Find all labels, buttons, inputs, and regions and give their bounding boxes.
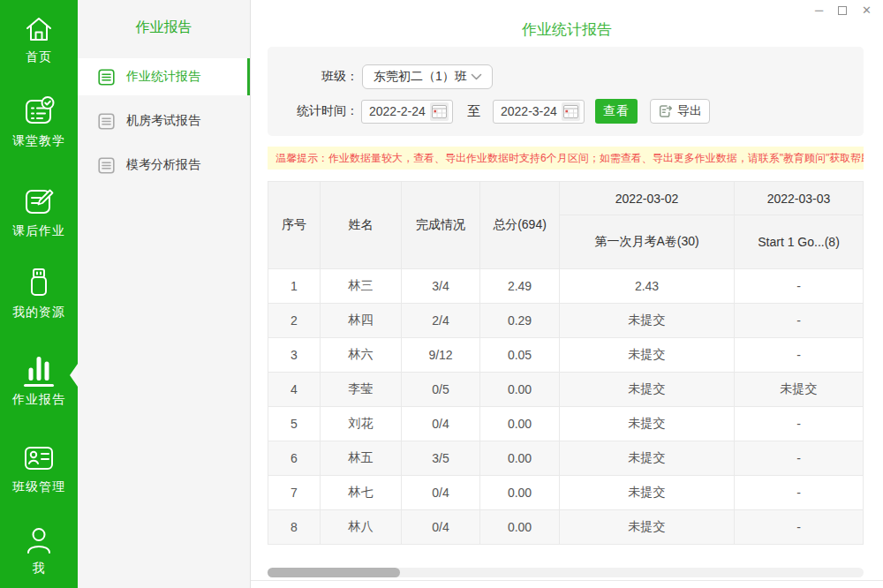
sidebar-item-home[interactable]: 首页 [0,14,78,65]
report-list-icon [98,157,115,174]
cell-score: 未提交 [560,407,735,441]
cell-total: 0.00 [480,373,560,407]
sidebar-item-me[interactable]: 我 [0,525,78,577]
cell-score: 未提交 [560,304,735,338]
date-to-value: 2022-3-24 [501,104,557,118]
cell-score: - [735,476,864,510]
homework-stats-table: 序号 姓名 完成情况 总分(694) 2022-03-02 2022-03-03… [268,181,864,545]
cell-completion: 0/5 [402,373,480,407]
page-title: 作业统计报告 [251,19,883,40]
cell-total: 2.49 [480,269,560,304]
table-header: 序号 姓名 完成情况 总分(694) 2022-03-02 2022-03-03… [268,182,864,269]
cell-name: 林三 [321,269,402,304]
sidebar-item-label: 我 [33,561,46,577]
date-from-input[interactable]: 2022-2-24 [361,100,453,124]
class-select-value: 东莞初二（1）班 [374,69,467,85]
table-row: 1林三3/42.492.43- [268,269,864,304]
window-controls: ─ ✕ [815,4,872,18]
report-list-icon [98,113,115,130]
date-from-value: 2022-2-24 [369,104,426,118]
table-row: 5刘花0/40.00未提交- [268,407,864,441]
classroom-teaching-icon [22,94,56,128]
cell-index: 1 [268,269,321,304]
submenu-item-lab-exam-report[interactable]: 机房考试报告 [78,102,250,139]
cell-score: - [735,441,864,476]
maximize-icon[interactable] [838,6,847,15]
cell-score: - [735,269,864,304]
class-label: 班级： [268,69,358,85]
cell-total: 0.00 [480,476,560,510]
calendar-icon [430,102,449,121]
minimize-icon[interactable]: ─ [815,4,823,18]
home-icon [24,14,54,44]
sidebar-item-classroom-teaching[interactable]: 课堂教学 [0,94,78,149]
cell-index: 8 [268,510,321,545]
horizontal-scrollbar-track[interactable] [268,568,864,577]
sidebar-item-label: 首页 [26,49,52,65]
submenu-list: 作业统计报告 机房考试报告 模考分析报告 [78,58,250,184]
cell-completion: 2/4 [402,304,480,338]
sidebar-item-label: 课后作业 [12,223,65,239]
table-row: 3林六9/120.05未提交- [268,338,864,373]
sidebar-item-homework-report[interactable]: 作业报告 [0,356,78,408]
view-button[interactable]: 查看 [595,99,638,124]
cell-index: 2 [268,304,321,338]
col-header-assignment: 第一次月考A卷(30) [560,215,735,269]
cell-score: - [735,510,864,545]
col-header-assignment: Start 1 Go...(8) [735,215,864,269]
table-body: 1林三3/42.492.43- 2林四2/40.29未提交- 3林六9/120.… [268,269,864,545]
cell-score: 未提交 [735,373,864,407]
export-button[interactable]: 导出 [650,99,710,124]
cell-score: 未提交 [560,373,735,407]
time-label: 统计时间： [268,103,358,119]
cell-total: 0.05 [480,338,560,373]
submenu-item-homework-stats-report[interactable]: 作业统计报告 [78,58,250,95]
cell-total: 0.00 [480,510,560,545]
cell-name: 李莹 [321,373,402,407]
homework-report-bar-chart-icon [23,356,55,381]
sidebar-item-label: 课堂教学 [12,133,65,149]
cell-name: 林八 [321,510,402,545]
submenu-item-label: 作业统计报告 [126,69,200,85]
report-list-icon [98,69,115,86]
sidebar-item-label: 班级管理 [12,479,65,495]
view-button-label: 查看 [603,103,630,119]
cell-score: - [735,304,864,338]
submenu-item-label: 机房考试报告 [126,113,200,129]
export-icon [658,104,673,118]
cell-name: 林五 [321,441,402,476]
col-header-completion: 完成情况 [402,182,480,269]
bottom-divider [251,580,883,581]
date-to-input[interactable]: 2022-3-24 [493,100,585,124]
sidebar-item-my-resources[interactable]: 我的资源 [0,266,78,320]
cell-name: 林六 [321,338,402,373]
submenu-item-mock-exam-analysis-report[interactable]: 模考分析报告 [78,147,250,184]
tip-banner: 温馨提示：作业数据量较大，查看、导出作业数据时支持6个月区间；如需查看、导出更多… [268,147,864,170]
cell-name: 刘花 [321,407,402,441]
table-row: 2林四2/40.29未提交- [268,304,864,338]
cell-name: 林四 [321,304,402,338]
sidebar-item-class-management[interactable]: 班级管理 [0,442,78,495]
cell-total: 0.00 [480,441,560,476]
table-row: 6林五3/50.00未提交- [268,441,864,476]
main-content: ─ ✕ 作业统计报告 班级： 东莞初二（1）班 统计时间： 2022-2-24 [251,0,883,588]
class-select[interactable]: 东莞初二（1）班 [362,64,493,89]
close-icon[interactable]: ✕ [862,4,872,18]
cell-score: 未提交 [560,510,735,545]
after-class-homework-icon [22,185,56,218]
col-header-total-score: 总分(694) [480,182,560,269]
report-submenu-panel: 作业报告 作业统计报告 机房考试报告 [78,0,251,588]
cell-completion: 0/4 [402,476,480,510]
cell-completion: 0/4 [402,510,480,545]
cell-score: - [735,338,864,373]
cell-index: 4 [268,373,321,407]
submenu-title: 作业报告 [78,19,250,37]
col-header-name: 姓名 [321,182,402,269]
cell-total: 0.29 [480,304,560,338]
sidebar-item-after-class-homework[interactable]: 课后作业 [0,185,78,239]
cell-completion: 3/5 [402,441,480,476]
horizontal-scrollbar-thumb[interactable] [268,568,400,577]
primary-sidebar: 首页 课堂教学 课后作业 [0,0,78,588]
cell-completion: 0/4 [402,407,480,441]
me-person-icon [23,525,55,555]
